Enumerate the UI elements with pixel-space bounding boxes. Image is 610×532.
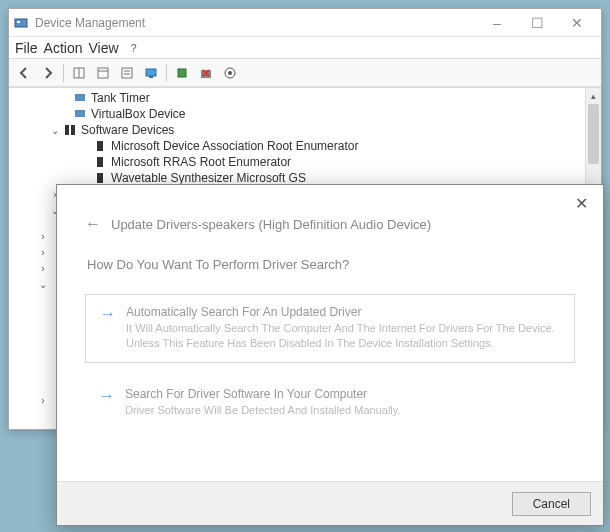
expand-icon[interactable]: ›: [37, 395, 49, 406]
dialog-close-button[interactable]: ✕: [569, 191, 593, 215]
svg-rect-6: [122, 68, 132, 78]
device-icon: [73, 107, 87, 121]
toolbar: [9, 59, 601, 87]
tree-label: Microsoft RRAS Root Enumerator: [111, 155, 291, 169]
menubar: File Action View ?: [9, 37, 601, 59]
svg-rect-17: [65, 125, 69, 135]
show-hide-icon[interactable]: [68, 62, 90, 84]
update-drivers-dialog: ✕ ← Update Drivers-speakers (High Defini…: [56, 184, 604, 526]
tree-item[interactable]: VirtualBox Device: [73, 106, 597, 122]
collapse-icon[interactable]: ⌄: [49, 125, 61, 136]
svg-rect-20: [97, 157, 103, 167]
tree-label: VirtualBox Device: [91, 107, 186, 121]
software-icon: [93, 155, 107, 169]
back-icon[interactable]: [13, 62, 35, 84]
expand-icon[interactable]: ›: [37, 247, 49, 258]
tree-label: Tank Timer: [91, 91, 150, 105]
svg-point-14: [228, 71, 232, 75]
tree-label: Microsoft Device Association Root Enumer…: [111, 139, 358, 153]
close-button[interactable]: ✕: [557, 11, 597, 35]
dialog-footer: Cancel: [57, 481, 603, 525]
scroll-up-icon[interactable]: ▴: [586, 88, 601, 104]
help-icon[interactable]: [116, 62, 138, 84]
option-description: It Will Automatically Search The Compute…: [126, 321, 560, 352]
svg-rect-16: [75, 110, 85, 117]
scan-icon[interactable]: [219, 62, 241, 84]
menu-help[interactable]: ?: [131, 42, 137, 54]
tree-item[interactable]: Tank Timer: [73, 90, 597, 106]
dialog-title: Update Drivers-speakers (High Definition…: [111, 217, 431, 232]
app-icon: [13, 15, 29, 31]
dialog-question: How Do You Want To Perform Driver Search…: [87, 257, 575, 272]
maximize-button[interactable]: ☐: [517, 11, 557, 35]
svg-rect-10: [149, 76, 153, 78]
expand-icon[interactable]: ›: [37, 263, 49, 274]
svg-rect-4: [98, 68, 108, 78]
svg-rect-18: [71, 125, 75, 135]
update-icon[interactable]: [171, 62, 193, 84]
dialog-back-button[interactable]: ←: [85, 215, 101, 233]
arrow-right-icon: →: [99, 387, 115, 405]
option-title: Automatically Search For An Updated Driv…: [126, 305, 560, 319]
forward-icon[interactable]: [37, 62, 59, 84]
browse-computer-option[interactable]: → Search For Driver Software In Your Com…: [85, 381, 575, 424]
category-icon: [63, 123, 77, 137]
svg-rect-9: [146, 69, 156, 76]
expand-icon[interactable]: ›: [37, 231, 49, 242]
tree-item[interactable]: Microsoft RRAS Root Enumerator: [93, 154, 597, 170]
cancel-button[interactable]: Cancel: [512, 492, 591, 516]
monitor-icon[interactable]: [140, 62, 162, 84]
tree-label: Wavetable Synthesizer Microsoft GS: [111, 171, 306, 185]
tree-label: Software Devices: [81, 123, 174, 137]
device-icon: [73, 91, 87, 105]
scrollbar-thumb[interactable]: [588, 104, 599, 164]
software-icon: [93, 171, 107, 185]
menu-action[interactable]: Action: [44, 40, 83, 56]
svg-rect-11: [178, 69, 186, 77]
menu-view[interactable]: View: [88, 40, 118, 56]
option-title: Search For Driver Software In Your Compu…: [125, 387, 561, 401]
auto-search-option[interactable]: → Automatically Search For An Updated Dr…: [85, 294, 575, 363]
svg-rect-1: [17, 21, 20, 23]
collapse-icon[interactable]: ⌄: [37, 279, 49, 290]
uninstall-icon[interactable]: [195, 62, 217, 84]
window-title: Device Management: [35, 16, 477, 30]
svg-rect-0: [15, 19, 27, 27]
menu-file[interactable]: File: [15, 40, 38, 56]
arrow-right-icon: →: [100, 305, 116, 323]
tree-item[interactable]: Microsoft Device Association Root Enumer…: [93, 138, 597, 154]
svg-rect-19: [97, 141, 103, 151]
properties-icon[interactable]: [92, 62, 114, 84]
tree-item[interactable]: ⌄Software Devices: [49, 122, 597, 138]
software-icon: [93, 139, 107, 153]
svg-rect-15: [75, 94, 85, 101]
titlebar: Device Management – ☐ ✕: [9, 9, 601, 37]
minimize-button[interactable]: –: [477, 11, 517, 35]
option-description: Driver Software Will Be Detected And Ins…: [125, 403, 561, 418]
svg-rect-21: [97, 173, 103, 183]
